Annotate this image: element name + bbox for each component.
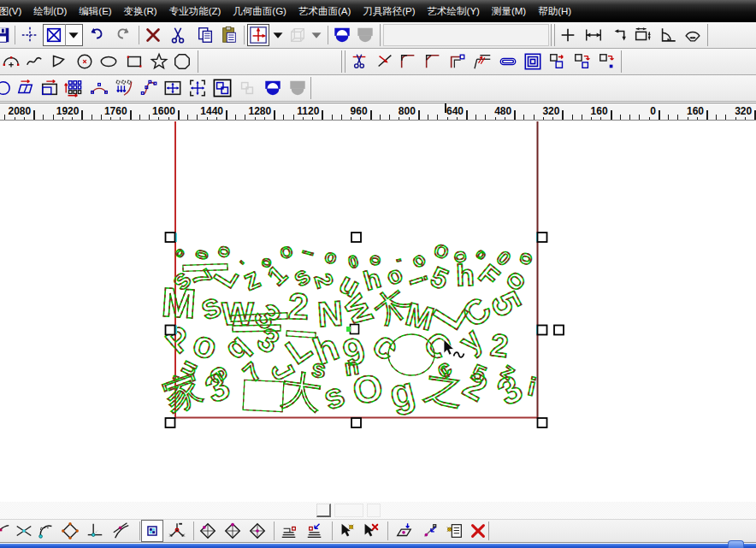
button-snap-perp[interactable] [84,520,106,542]
delete-red-icon [469,521,487,540]
button-cut-curve[interactable] [348,50,370,73]
button-fillet[interactable] [397,50,419,73]
button-measure-point[interactable] [557,24,579,46]
button-chamfer[interactable] [422,50,444,73]
button-copy[interactable] [194,24,216,46]
button-snap-tangent[interactable] [110,520,133,542]
selection-handle[interactable] [538,233,547,242]
button-draw-octagon[interactable] [171,50,193,73]
ruler-minor-tick [92,115,92,120]
button-layer-back[interactable] [278,520,300,542]
button-shield-gray[interactable] [354,24,376,46]
button-plane-drop[interactable] [393,520,415,542]
button-snap-node[interactable] [0,520,13,542]
windows-taskbar[interactable] [0,544,756,548]
button-pick-remove[interactable] [359,520,381,542]
selection-handle[interactable] [554,326,564,335]
button-snap-intersect[interactable] [13,520,35,542]
button-scissors[interactable] [167,24,189,46]
transform-arrows-icon [249,26,268,44]
button-pick-node[interactable] [336,520,358,542]
button-redo[interactable] [112,24,134,46]
menu-item-7[interactable]: 艺术曲面(A) [292,0,357,22]
button-axes[interactable] [166,520,188,542]
button-mirror[interactable] [38,77,61,99]
button-trim[interactable] [374,50,396,73]
button-shear[interactable] [15,77,37,99]
button-array[interactable] [62,77,84,99]
taskbar-button-top[interactable] [728,540,744,548]
button-undo[interactable] [86,24,108,46]
menu-item-3[interactable]: 编辑(E) [73,0,117,22]
button-arc-fit[interactable] [88,77,110,99]
button-draw-star[interactable] [148,50,170,73]
selection-handle[interactable] [166,233,175,242]
button-multiline[interactable] [472,50,494,73]
button-s-curve[interactable] [138,77,160,99]
button-paste[interactable] [218,24,240,46]
button-ungroup[interactable] [236,77,258,99]
menu-item-11[interactable]: 帮助(H) [532,0,577,22]
button-measure-rect[interactable] [631,24,653,46]
menu-item-2[interactable]: 绘制(D) [27,0,73,22]
button-shield-gray[interactable] [286,77,309,99]
button-concentric[interactable] [522,50,544,73]
selection-handle[interactable] [166,418,175,427]
scrollbar-thumb[interactable] [316,504,331,517]
button-copy-shape-down[interactable] [571,50,594,73]
button-flow-arrows[interactable] [113,77,135,99]
selection-handle[interactable] [538,418,547,427]
button-layer-front[interactable] [304,520,326,542]
button-copy-shape-right[interactable] [546,50,569,73]
button-measure-distance[interactable] [582,24,605,46]
selection-filter-dropdown[interactable] [62,24,85,46]
svg-text:2: 2 [287,286,310,327]
button-scale-brackets[interactable] [186,77,209,99]
button-draw-polygon[interactable] [48,50,70,73]
menu-item-5[interactable]: 专业功能(Z) [163,0,227,22]
button-group[interactable] [211,77,233,99]
selection-handle[interactable] [351,233,361,242]
button-shield-blue[interactable] [331,24,353,46]
button-node-list[interactable] [444,520,466,542]
button-save[interactable] [0,24,13,46]
selection-handle[interactable] [166,326,175,335]
selection-handle[interactable] [351,418,361,427]
button-measure-angle[interactable] [657,24,679,46]
button-measure-path[interactable] [610,24,632,46]
drawing-canvas[interactable]: oo00oo--ooOOlloo00oo--ooOOoooo00ooss77LL… [0,121,756,502]
menu-item-6[interactable]: 几何曲面(G) [227,0,292,22]
button-copy-shape-dot[interactable] [596,50,618,73]
button-snap-quadrant[interactable] [59,520,81,542]
button-draw-curve[interactable] [23,50,45,73]
button-slot[interactable] [497,50,519,73]
button-offset-corner[interactable] [446,50,469,73]
button-snap-grid[interactable] [141,520,163,542]
ruler-minor-tick [725,115,726,120]
button-segment-edit[interactable] [419,520,441,542]
button-draw-arc[interactable] [0,50,22,73]
button-crosshair[interactable] [19,24,41,46]
menu-item-1[interactable]: 视图(V) [0,0,27,22]
button-draw-circle[interactable] [74,50,96,73]
button-dropdown[interactable] [305,24,328,46]
button-draw-rect[interactable] [123,50,145,73]
menu-item-8[interactable]: 刀具路径(P) [357,0,421,22]
button-rotate[interactable] [0,77,13,99]
button-snap-tangent-arc[interactable] [35,520,57,542]
button-measure-arc[interactable] [682,24,704,46]
button-delete-red[interactable] [467,520,489,542]
button-shield-blue[interactable] [262,77,284,99]
button-nest-top[interactable] [221,520,244,542]
button-nest-center[interactable] [246,520,269,542]
horizontal-scrollbar[interactable] [0,502,756,519]
selection-center-handle[interactable] [351,325,359,334]
button-nest-corner[interactable] [197,520,219,542]
button-scale-box[interactable] [162,77,184,99]
menu-item-10[interactable]: 测量(M) [486,0,532,22]
button-draw-ellipse[interactable] [97,50,120,73]
menu-item-4[interactable]: 变换(R) [118,0,163,22]
menu-item-9[interactable]: 艺术绘制(Y) [422,0,486,22]
selection-handle[interactable] [538,326,547,335]
button-delete-x[interactable] [142,24,164,46]
